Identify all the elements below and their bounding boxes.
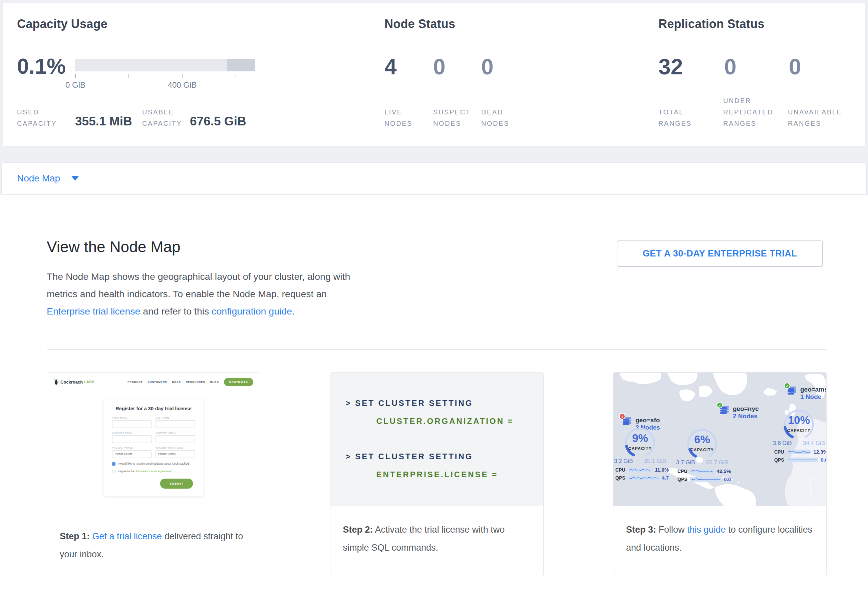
capacity-gauge: 6% CAPACITY [678,427,727,460]
node-map-dropdown[interactable]: Node Map [1,162,867,194]
field-label: LAST NAME [155,416,195,419]
world-map: 1 geo=sfo 2 Nodes [613,372,826,506]
checkbox-checked-icon: ✓ [112,462,115,466]
unavailable-ranges-label: UNAVAILABLE RANGES [788,106,851,129]
cpu-label: CPU [616,467,627,472]
capacity-range: 3.7 GiB 65.7 GiB [676,459,728,466]
section-divider [47,349,827,350]
steps-row: Cockroach LABS PRODUCT CUSTOMERS DOCS RE… [47,372,827,576]
checkbox-label: I agree to the Software License Agreemen… [118,469,173,473]
usable-capacity-label: USABLE CAPACITY [142,106,196,129]
brand-suffix-text: LABS [84,380,94,384]
suspect-nodes-count: 0 [433,56,446,78]
cpu-sparkline-icon [787,450,810,454]
qps-label: QPS [774,457,786,463]
cockroach-bug-icon [54,379,59,385]
mini-site-nav: PRODUCT CUSTOMERS DOCS RESOURCES BLOG DO… [127,378,253,386]
step-number: Step 1: [60,531,90,541]
qps-sparkline-icon [787,458,818,462]
description-text: The Node Map shows the geographical layo… [47,271,350,299]
cluster-ams-stats: 10% CAPACITY 3.6 GiB 34.4 GiB CPU [774,407,826,465]
field-select: Please Select [112,450,152,458]
field-input [155,435,195,443]
get-trial-license-link[interactable]: Get a trial license [93,531,162,541]
capacity-gauge: 10% CAPACITY [774,407,824,441]
cluster-icon-wrap: ✓ [787,386,797,396]
live-nodes-count: 4 [384,56,397,78]
total-gib: 65.7 GiB [706,459,728,466]
cpu-metric: CPU 12.3% [774,449,826,455]
step1-caption: Step 1: Get a trial license delivered st… [47,513,260,563]
cluster-name: geo=nyc [733,405,759,412]
status-ok-icon: ✓ [784,383,790,389]
field-input [155,420,195,428]
capacity-axis-tick [182,74,183,78]
capacity-label: CAPACITY [774,428,824,433]
this-guide-link[interactable]: this guide [687,525,726,535]
field-last-name: LAST NAME [155,416,195,428]
cpu-value: 12.3% [813,449,826,455]
qps-label: QPS [616,475,627,481]
cpu-label: CPU [774,449,786,455]
step3-card: 1 geo=sfo 2 Nodes [613,372,827,576]
submit-row: SUBMIT [112,478,195,489]
cluster-nyc-stats: 6% CAPACITY 3.7 GiB 65.7 GiB CPU [678,427,731,484]
field-label: COMPANY EMAIL [155,431,195,434]
step2-card: > SET CLUSTER SETTING CLUSTER.ORGANIZATI… [330,372,544,576]
field-label: FIRST NAME [112,416,152,419]
license-agreement-checkbox-row: I agree to the Software License Agreemen… [112,469,195,473]
capacity-percent: 9% [616,432,665,444]
total-ranges-count: 32 [658,56,683,78]
cluster-name: geo=ams [800,386,826,393]
node-map-dropdown-label: Node Map [17,173,60,184]
cluster-node-count: 1 Node [800,393,826,400]
form-title: Register for a 30-day trial license [112,406,195,411]
dead-nodes-count: 0 [481,56,493,78]
field-reason-for-interest: REASON FOR INTEREST Please Select [155,447,195,458]
field-label: COMPANY NAME [112,431,152,434]
cluster-node-count: 2 Nodes [733,412,759,420]
get-enterprise-trial-button[interactable]: GET A 30-DAY ENTERPRISE TRIAL [617,240,823,267]
cluster-icon-wrap: ✓ [719,405,729,415]
cpu-metric: CPU 11.0% [616,467,669,472]
agreement-text: I agree to the [118,469,135,473]
qps-metric: QPS 4.7 [616,475,669,481]
checkbox-label: I would like to receive email updates ab… [118,462,190,465]
cluster-labels: geo=ams 1 Node [800,386,826,400]
qps-value: 4.7 [662,475,669,481]
chevron-down-icon [71,176,79,181]
mini-site-header: Cockroach LABS PRODUCT CUSTOMERS DOCS RE… [54,378,253,386]
capacity-usage-title: Capacity Usage [17,17,108,31]
capacity-bar-nonusable-segment [227,59,255,71]
enterprise-trial-license-link[interactable]: Enterprise trial license [47,306,140,316]
capacity-range: 3.2 GiB 35.1 GiB [614,458,666,465]
capacity-label: CAPACITY [678,447,727,452]
cpu-value: 42.5% [716,468,731,474]
sql-command: > SET CLUSTER SETTING [346,452,473,461]
field-first-name: FIRST NAME [112,416,152,428]
capacity-used-percent: 0.1% [17,56,66,77]
step2-caption: Step 2: Activate the trial license with … [331,506,543,557]
used-gib: 3.6 GiB [773,440,792,447]
capacity-range: 3.6 GiB 34.4 GiB [773,440,825,447]
cpu-sparkline-icon [690,469,714,474]
capacity-axis-label-400: 400 GiB [155,80,209,90]
mini-site-thumbnail: Cockroach LABS PRODUCT CUSTOMERS DOCS RE… [47,372,260,513]
node-map-description: The Node Map shows the geographical layo… [47,268,364,320]
qps-value: 0.0 [821,457,826,463]
page-title: View the Node Map [47,238,180,256]
caption-text [90,531,93,541]
sql-setting: ENTERPRISE.LICENSE = [376,470,498,479]
status-error-icon: 1 [619,413,625,419]
field-select: Please Select [155,450,195,458]
trial-license-form: Register for a 30-day trial license FIRS… [103,399,204,496]
node-map-empty-state: View the Node Map The Node Map shows the… [0,195,868,593]
description-text: . [292,306,295,316]
qps-sparkline-icon [628,475,659,480]
suspect-nodes-label: SUSPECT NODES [433,106,477,129]
qps-label: QPS [678,477,689,482]
form-fields: FIRST NAME LAST NAME COMPANY NAME [112,416,195,458]
step1-screenshot: Cockroach LABS PRODUCT CUSTOMERS DOCS RE… [47,372,260,513]
total-ranges-label: TOTAL RANGES [658,106,702,129]
configuration-guide-link[interactable]: configuration guide [211,306,292,316]
